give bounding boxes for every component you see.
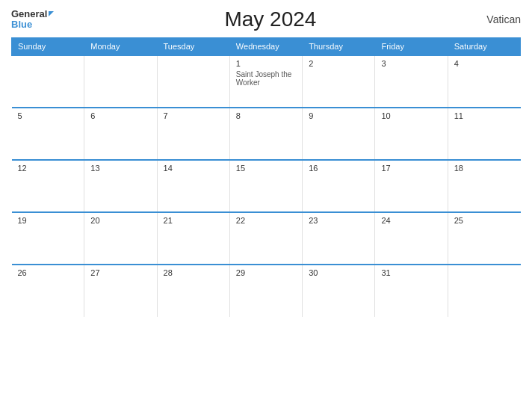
col-tuesday: Tuesday bbox=[157, 38, 229, 56]
day-number: 23 bbox=[309, 216, 368, 225]
header: General Blue May 2024 Vatican bbox=[11, 7, 521, 31]
calendar-cell: 8 bbox=[229, 108, 302, 160]
country-label: Vatican bbox=[486, 13, 521, 25]
day-number: 19 bbox=[18, 216, 78, 225]
calendar-cell: 22 bbox=[229, 212, 302, 265]
day-number: 15 bbox=[236, 164, 296, 173]
calendar-week-row: 262728293031 bbox=[12, 265, 521, 317]
calendar-week-row: 567891011 bbox=[12, 108, 521, 160]
day-number: 9 bbox=[309, 111, 368, 120]
day-number: 28 bbox=[164, 268, 223, 277]
day-number: 18 bbox=[454, 164, 515, 173]
day-number: 20 bbox=[90, 216, 150, 225]
day-number: 11 bbox=[454, 111, 515, 120]
calendar-cell: 12 bbox=[12, 160, 84, 212]
calendar-cell: 11 bbox=[448, 108, 520, 160]
day-number: 7 bbox=[164, 111, 223, 120]
day-number: 22 bbox=[236, 216, 296, 225]
day-number: 30 bbox=[309, 268, 368, 277]
calendar-cell bbox=[157, 55, 229, 108]
day-number: 16 bbox=[309, 164, 368, 173]
calendar-cell: 26 bbox=[12, 265, 84, 317]
calendar-cell: 9 bbox=[303, 108, 375, 160]
day-number: 12 bbox=[18, 164, 78, 173]
col-saturday: Saturday bbox=[448, 38, 520, 56]
logo-general-text: General bbox=[11, 9, 47, 19]
day-number: 24 bbox=[381, 216, 441, 225]
col-sunday: Sunday bbox=[12, 38, 84, 56]
col-wednesday: Wednesday bbox=[229, 38, 302, 56]
calendar-cell: 19 bbox=[12, 212, 84, 265]
day-number: 31 bbox=[381, 268, 441, 277]
calendar-cell: 7 bbox=[157, 108, 229, 160]
calendar-cell: 10 bbox=[375, 108, 448, 160]
calendar-cell: 23 bbox=[303, 212, 375, 265]
calendar-cell: 4 bbox=[448, 55, 520, 108]
calendar-cell: 3 bbox=[375, 55, 448, 108]
calendar-cell: 1Saint Joseph the Worker bbox=[229, 55, 302, 108]
calendar-cell: 27 bbox=[84, 265, 157, 317]
calendar-cell: 21 bbox=[157, 212, 229, 265]
calendar-title: May 2024 bbox=[224, 7, 316, 31]
calendar-cell: 13 bbox=[84, 160, 157, 212]
event-label: Saint Joseph the Worker bbox=[236, 70, 296, 87]
calendar-table: Sunday Monday Tuesday Wednesday Thursday… bbox=[11, 37, 521, 317]
calendar-cell: 6 bbox=[84, 108, 157, 160]
calendar-cell: 15 bbox=[229, 160, 302, 212]
day-number: 26 bbox=[18, 268, 78, 277]
calendar-cell bbox=[12, 55, 84, 108]
day-number: 2 bbox=[309, 59, 368, 68]
day-number: 6 bbox=[90, 111, 150, 120]
day-number: 29 bbox=[236, 268, 296, 277]
calendar-cell bbox=[84, 55, 157, 108]
calendar-cell: 28 bbox=[157, 265, 229, 317]
calendar-cell: 2 bbox=[303, 55, 375, 108]
calendar-cell: 25 bbox=[448, 212, 520, 265]
day-number: 27 bbox=[90, 268, 150, 277]
calendar-header-row: Sunday Monday Tuesday Wednesday Thursday… bbox=[12, 38, 521, 56]
calendar-cell: 17 bbox=[375, 160, 448, 212]
day-number: 5 bbox=[18, 111, 78, 120]
calendar-cell: 30 bbox=[303, 265, 375, 317]
day-number: 25 bbox=[454, 216, 515, 225]
day-number: 3 bbox=[381, 59, 441, 68]
page: General Blue May 2024 Vatican Sunday Mon… bbox=[0, 0, 532, 411]
day-number: 17 bbox=[381, 164, 441, 173]
calendar-cell: 14 bbox=[157, 160, 229, 212]
col-friday: Friday bbox=[375, 38, 448, 56]
calendar-week-row: 1Saint Joseph the Worker234 bbox=[12, 55, 521, 108]
calendar-week-row: 19202122232425 bbox=[12, 212, 521, 265]
calendar-cell: 18 bbox=[448, 160, 520, 212]
col-monday: Monday bbox=[84, 38, 157, 56]
logo: General Blue bbox=[11, 9, 54, 31]
day-number: 4 bbox=[454, 59, 515, 68]
logo-blue-text: Blue bbox=[11, 19, 32, 30]
day-number: 1 bbox=[236, 59, 296, 68]
calendar-cell: 24 bbox=[375, 212, 448, 265]
col-thursday: Thursday bbox=[303, 38, 375, 56]
calendar-cell: 20 bbox=[84, 212, 157, 265]
day-number: 8 bbox=[236, 111, 296, 120]
calendar-cell bbox=[448, 265, 520, 317]
day-number: 10 bbox=[381, 111, 441, 120]
calendar-week-row: 12131415161718 bbox=[12, 160, 521, 212]
day-number: 14 bbox=[164, 164, 223, 173]
calendar-cell: 29 bbox=[229, 265, 302, 317]
calendar-cell: 5 bbox=[12, 108, 84, 160]
day-number: 13 bbox=[90, 164, 150, 173]
logo-triangle-icon bbox=[49, 11, 54, 16]
calendar-cell: 16 bbox=[303, 160, 375, 212]
day-number: 21 bbox=[164, 216, 223, 225]
calendar-cell: 31 bbox=[375, 265, 448, 317]
